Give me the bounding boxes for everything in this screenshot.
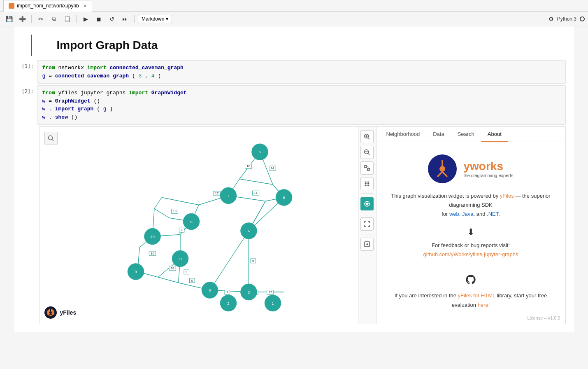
edge-text-16: 16 <box>151 252 154 255</box>
cell-2-content[interactable]: from yfiles_jupyter_graphs import GraphW… <box>37 85 566 125</box>
properties-button[interactable] <box>360 197 374 210</box>
fullscreen-button[interactable] <box>360 217 374 231</box>
mod-networkx: networkx <box>58 65 87 71</box>
grid-button[interactable] <box>360 177 374 190</box>
svg-point-56 <box>368 183 370 184</box>
graph-node-11-label: 11 <box>178 257 182 261</box>
mod-eq: = <box>49 73 55 79</box>
yfiles-icon-svg <box>46 308 55 317</box>
java-link[interactable]: Java <box>462 211 473 217</box>
svg-rect-47 <box>365 166 367 168</box>
github-icon <box>385 274 557 288</box>
copy-button[interactable]: ⧉ <box>48 13 60 25</box>
gear-icon: ⚙ <box>548 16 554 22</box>
net-link[interactable]: .NET <box>487 211 498 217</box>
edge-text-5e: 5 <box>252 259 254 263</box>
fit-content-button[interactable] <box>360 161 374 175</box>
cut-button[interactable]: ✂ <box>35 13 46 25</box>
tab-search[interactable]: Search <box>451 127 481 142</box>
svg-point-53 <box>368 182 370 183</box>
restart-button[interactable]: ↺ <box>106 13 118 25</box>
notebook-tab[interactable]: import_from_networkx.ipynb ✕ <box>3 0 92 12</box>
about-panel-content: yworks the diagramming experts This grap… <box>377 142 565 324</box>
svg-point-57 <box>365 185 366 186</box>
svg-line-45 <box>368 153 370 155</box>
svg-point-52 <box>367 182 368 183</box>
yfiles-logo-icon <box>44 306 57 319</box>
notebook-tab-icon <box>9 3 14 9</box>
run-button[interactable]: ▶ <box>80 13 91 25</box>
graph-node-7-label: 7 <box>227 194 230 198</box>
svg-line-30 <box>210 231 249 290</box>
zoom-out-button[interactable] <box>360 146 374 159</box>
dot2: . <box>49 114 52 120</box>
toolbar-divider-3 <box>134 15 135 23</box>
stop-button[interactable]: ◼ <box>93 13 105 25</box>
yworks-text-logo: yworks the diagramming experts <box>463 160 513 178</box>
grid-icon <box>364 180 370 187</box>
web-link[interactable]: web <box>449 211 459 217</box>
side-divider-2 <box>361 214 373 214</box>
svg-rect-48 <box>367 168 370 170</box>
fit-content-icon <box>364 165 370 171</box>
paren-close: ) <box>158 73 161 79</box>
edge-text-12: 12 <box>215 192 218 195</box>
svg-line-1 <box>52 140 53 141</box>
cell-2-line-3: w . import_graph ( g ) <box>42 105 560 113</box>
save-button[interactable]: 💾 <box>3 13 15 25</box>
graph-node-0-label: 0 <box>209 288 211 292</box>
toolbar-divider-1 <box>31 15 32 23</box>
edge-text-17: 17 <box>268 290 272 294</box>
svg-line-19 <box>158 277 179 283</box>
add-cell-button[interactable]: ➕ <box>16 13 28 25</box>
notebook-title: Import Graph Data <box>31 35 574 56</box>
cell-2-line-2: w = GraphWidget () <box>42 97 560 105</box>
svg-line-13 <box>154 198 162 209</box>
svg-point-55 <box>367 183 368 184</box>
edge-text-10e: 10 <box>246 164 250 168</box>
cell-1-line-2: g = connected_caveman_graph ( 3 , 4 ) <box>42 72 560 80</box>
comma: , <box>145 73 151 79</box>
fn-show: show <box>55 114 68 120</box>
edge-text-18: 18 <box>170 266 174 270</box>
license-text: License – v1.0.0 <box>527 315 560 320</box>
zoom-in-button[interactable] <box>360 130 374 143</box>
edge-text-7e: 7 <box>181 228 183 232</box>
restart-run-button[interactable]: ⏭ <box>119 13 131 25</box>
kernel-selector[interactable]: Markdown ▾ <box>138 15 172 23</box>
paste-button[interactable]: 📋 <box>61 13 73 25</box>
graph-search-button[interactable] <box>44 132 58 145</box>
tab-data[interactable]: Data <box>426 127 451 142</box>
github-svg <box>465 274 476 285</box>
var-g2: g <box>103 106 107 112</box>
graph-node-5-label: 5 <box>258 149 261 154</box>
tab-about[interactable]: About <box>481 127 508 142</box>
zoom-in-icon <box>364 133 370 140</box>
var-w2: w <box>42 106 46 112</box>
var-g: g <box>42 73 46 79</box>
svg-line-4 <box>239 179 273 185</box>
yfiles-html-link[interactable]: yFiles for HTML <box>458 292 495 299</box>
num-3: 3 <box>139 73 142 79</box>
graph-node-9-label: 9 <box>135 269 137 274</box>
edge-text-13: 13 <box>173 209 177 213</box>
svg-point-69 <box>439 166 445 172</box>
yfiles-link[interactable]: yFiles <box>500 193 514 199</box>
here-link[interactable]: here! <box>478 302 490 308</box>
svg-line-12 <box>154 209 169 218</box>
cell-2-line-4: w . show () <box>42 113 560 121</box>
graph-visualization: 13 15 16 18 5 12 10 <box>40 127 358 324</box>
tab-neighborhood[interactable]: Neighborhood <box>380 127 427 142</box>
export-button[interactable] <box>360 238 374 251</box>
github-link[interactable]: github.com/yWorks/yfiles-jupyter-graphs <box>423 251 518 257</box>
cell-2-line-1: from yfiles_jupyter_graphs import GraphW… <box>42 89 560 97</box>
var-w3: w <box>42 114 46 120</box>
svg-line-14 <box>162 198 199 205</box>
html-text: If you are interested in the <box>395 292 456 299</box>
graph-canvas[interactable]: 13 15 16 18 5 12 10 <box>40 127 358 324</box>
cell-1-content[interactable]: from networkx import connected_caveman_g… <box>37 60 566 84</box>
kernel-type-label: Python 3 <box>557 16 576 22</box>
kw-import2: import <box>129 90 148 96</box>
graph-node-4-label: 4 <box>247 229 250 233</box>
close-icon[interactable]: ✕ <box>83 3 87 9</box>
